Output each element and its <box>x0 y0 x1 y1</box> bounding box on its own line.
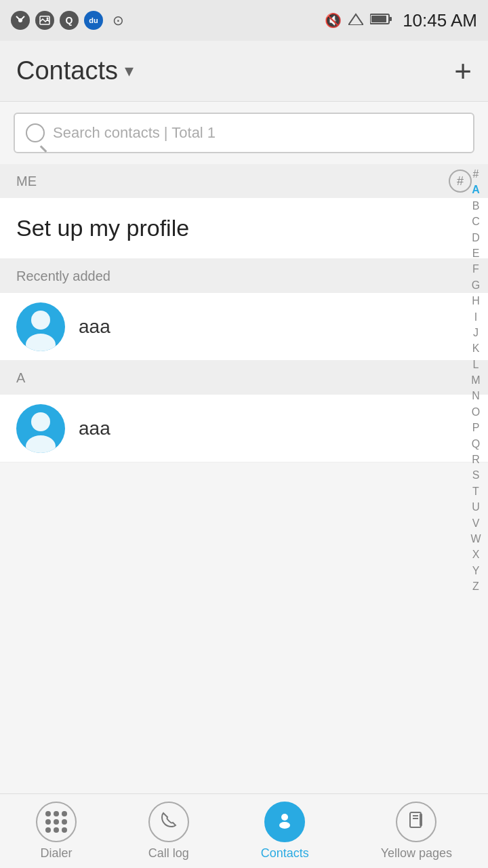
status-bar: Q du ⊙ 🔇 10:45 AM <box>0 0 488 41</box>
alpha-L[interactable]: L <box>464 357 488 372</box>
contacts-icon-wrap <box>264 802 305 842</box>
svg-point-2 <box>47 18 49 20</box>
a-section-header: A <box>0 361 488 395</box>
avatar <box>16 302 65 351</box>
contact-name: aaa <box>79 418 110 439</box>
svg-rect-16 <box>420 814 422 826</box>
contact-name: aaa <box>79 316 110 338</box>
svg-point-11 <box>281 814 288 821</box>
svg-point-10 <box>26 435 56 453</box>
status-time: 10:45 AM <box>403 10 477 31</box>
person-icon <box>275 810 294 834</box>
recently-added-contact-aaa[interactable]: aaa <box>0 293 488 361</box>
alpha-B[interactable]: B <box>464 199 488 214</box>
nav-dialer[interactable]: Dialer <box>36 802 77 861</box>
svg-rect-14 <box>413 815 418 816</box>
dialer-grid-icon <box>45 811 67 833</box>
svg-point-7 <box>31 311 50 330</box>
page-title: Contacts <box>16 56 118 85</box>
content-area: ME # Set up my profile Recently added aa… <box>0 164 488 793</box>
svg-rect-6 <box>371 16 386 22</box>
yellow-pages-icon-wrap <box>396 802 436 842</box>
profile-setup[interactable]: Set up my profile <box>0 198 488 259</box>
me-section-header: ME # <box>0 164 488 198</box>
alpha-F[interactable]: F <box>464 262 488 277</box>
battery-icon <box>370 13 392 28</box>
call-log-icon-wrap <box>148 802 189 842</box>
alpha-Q[interactable]: Q <box>464 437 488 452</box>
alpha-N[interactable]: N <box>464 389 488 403</box>
search-container: Search contacts | Total 1 <box>0 102 488 164</box>
status-right: 🔇 10:45 AM <box>325 10 477 31</box>
search-box[interactable]: Search contacts | Total 1 <box>14 113 474 153</box>
recently-added-label: Recently added <box>16 269 110 284</box>
alpha-Y[interactable]: Y <box>464 564 488 578</box>
du-icon: du <box>84 11 103 30</box>
svg-point-12 <box>279 822 290 829</box>
book-icon <box>407 811 425 833</box>
svg-rect-13 <box>410 812 421 827</box>
call-log-label: Call log <box>148 846 189 861</box>
header: Contacts ▾ + <box>0 41 488 102</box>
gallery-icon <box>35 11 54 30</box>
alpha-W[interactable]: W <box>464 532 488 547</box>
a-contact-aaa[interactable]: aaa <box>0 395 488 462</box>
profile-setup-text: Set up my profile <box>16 215 189 241</box>
alpha-hash[interactable]: # <box>464 167 488 182</box>
alpha-P[interactable]: P <box>464 420 488 435</box>
contacts-label: Contacts <box>261 846 309 861</box>
alpha-K[interactable]: K <box>464 341 488 356</box>
alpha-D[interactable]: D <box>464 231 488 245</box>
svg-marker-3 <box>348 14 363 25</box>
alpha-U[interactable]: U <box>464 500 488 515</box>
bottom-nav: Dialer Call log Contacts <box>0 793 488 868</box>
dialer-icon-wrap <box>36 802 77 842</box>
alpha-M[interactable]: M <box>464 373 488 388</box>
alpha-S[interactable]: S <box>464 468 488 483</box>
dropdown-chevron[interactable]: ▾ <box>125 60 134 81</box>
avatar <box>16 404 65 453</box>
alpha-H[interactable]: H <box>464 294 488 309</box>
svg-point-9 <box>31 412 50 431</box>
search-placeholder: Search contacts | Total 1 <box>53 124 216 142</box>
nav-contacts[interactable]: Contacts <box>261 802 309 861</box>
a-label: A <box>16 370 25 386</box>
header-title[interactable]: Contacts ▾ <box>16 56 134 85</box>
recently-added-header: Recently added <box>0 259 488 293</box>
alpha-X[interactable]: X <box>464 547 488 562</box>
alpha-O[interactable]: O <box>464 405 488 420</box>
status-icons: Q du ⊙ <box>11 11 127 30</box>
alpha-J[interactable]: J <box>464 326 488 340</box>
alpha-R[interactable]: R <box>464 452 488 467</box>
yellow-pages-label: Yellow pages <box>381 846 452 861</box>
svg-rect-5 <box>389 17 392 21</box>
me-label: ME <box>16 174 37 189</box>
phone-icon <box>159 810 178 834</box>
alpha-T[interactable]: T <box>464 484 488 499</box>
alpha-index: # A B C D E F G H I J K L M N O P Q R S … <box>464 164 488 793</box>
recorder-icon: Q <box>60 11 79 30</box>
nav-yellow-pages[interactable]: Yellow pages <box>381 802 452 861</box>
alpha-A[interactable]: A <box>464 182 488 197</box>
nav-call-log[interactable]: Call log <box>148 802 189 861</box>
alpha-V[interactable]: V <box>464 516 488 531</box>
signal-icon <box>348 13 363 28</box>
add-contact-button[interactable]: + <box>454 56 472 86</box>
svg-rect-15 <box>413 818 418 819</box>
alpha-G[interactable]: G <box>464 278 488 293</box>
svg-point-8 <box>26 334 56 351</box>
alpha-Z[interactable]: Z <box>464 579 488 594</box>
mute-icon: 🔇 <box>325 12 342 28</box>
alpha-E[interactable]: E <box>464 246 488 261</box>
alpha-C[interactable]: C <box>464 214 488 229</box>
dialer-label: Dialer <box>40 846 72 861</box>
alpha-I[interactable]: I <box>464 310 488 325</box>
upload-icon: ⊙ <box>108 11 127 30</box>
wireless-icon <box>11 11 30 30</box>
search-icon <box>26 123 45 142</box>
